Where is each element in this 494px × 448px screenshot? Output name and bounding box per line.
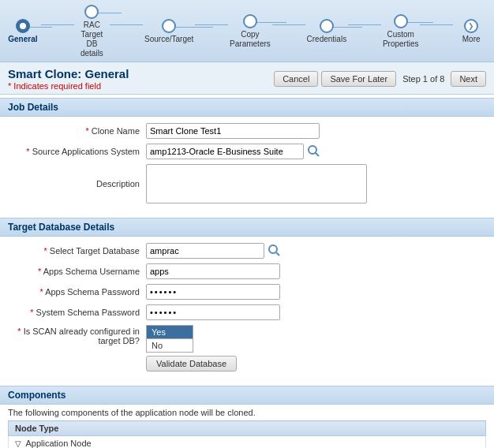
validate-database-button[interactable]: Validate Database [146,356,237,371]
save-button-top[interactable]: Save For Later [321,71,396,87]
validate-row: Validate Database [8,353,486,371]
clone-name-input[interactable] [146,123,320,139]
cancel-button-top[interactable]: Cancel [274,71,318,87]
job-details-form: * * Clone NameClone Name * Source Applic… [0,117,494,215]
components-col-header: Node Type [9,421,486,436]
step-label-credentials: Credentials [307,35,347,44]
page-title-bar: Smart Clone: General * Indicates require… [0,62,494,95]
wizard-header: General RAC TargetDB details Source/Targ… [0,0,494,62]
page-title: Smart Clone: General [8,67,129,80]
wizard-step-credentials[interactable]: Credentials [307,19,347,44]
step-circle-more: ❯ [464,19,478,33]
select-db-input[interactable] [146,243,264,259]
step-label-more: More [462,35,481,44]
wizard-step-more[interactable]: ❯ More [455,19,488,44]
system-pwd-row: * System Schema Password [8,304,486,320]
wizard-step-rac[interactable]: RAC TargetDB details [76,5,109,58]
scan-row: * Is SCAN already configured in target D… [8,325,486,353]
next-button-top[interactable]: Next [451,71,486,87]
source-app-row: * Source Applications System [8,144,486,159]
job-details-header: Job Details [0,98,494,117]
clone-name-label: * * Clone NameClone Name [8,126,146,136]
step-label-custom: CustomProperties [383,30,419,49]
system-pwd-input[interactable] [146,304,280,320]
step-label-general: General [8,35,37,44]
apps-user-label: * Apps Schema Username [8,267,146,276]
svg-point-3 [269,245,277,253]
required-note: * Indicates required field [8,81,129,91]
svg-point-1 [309,146,316,154]
components-table: Node Type ▽ Application Node Technology … [8,420,486,448]
step-circle-source [162,19,176,33]
select-db-label: * Select Target Database [8,246,146,256]
svg-line-4 [276,252,279,256]
select-db-search-icon[interactable] [268,244,280,259]
wizard-step-custom[interactable]: CustomProperties [383,14,419,49]
scan-yes-option[interactable]: Yes [146,325,193,339]
clone-name-row: * * Clone NameClone Name [8,123,486,139]
step-circle-general [16,19,30,33]
apps-pwd-label: * Apps Schema Password [8,287,146,297]
page-content: Smart Clone: General * Indicates require… [0,62,494,448]
source-app-search-icon[interactable] [307,144,320,159]
apps-user-input[interactable] [146,263,280,279]
app-node-cell: ▽ Application Node [9,436,486,449]
step-connector-4 [272,24,305,25]
source-app-input[interactable] [146,144,304,159]
step-circle-credentials [320,19,334,33]
components-header: Components [0,386,494,405]
source-app-label: * Source Applications System [8,147,146,156]
select-db-row: * Select Target Database [8,243,486,259]
apps-pwd-row: * Apps Schema Password [8,284,486,300]
svg-line-2 [316,153,319,156]
step-connector-2 [110,24,143,25]
scan-dropdown[interactable]: Yes No [146,325,193,353]
description-label: Description [8,179,146,189]
apps-user-row: * Apps Schema Username [8,263,486,279]
step-connector-5 [348,24,381,25]
wizard-step-general[interactable]: General [6,19,39,44]
step-circle-custom [394,14,408,28]
title-left: Smart Clone: General * Indicates require… [8,67,129,91]
components-section: Components The following components of t… [0,386,494,448]
wizard-step-source[interactable]: Source/Target [144,19,193,44]
step-label-copy: CopyParameters [230,30,271,49]
components-desc: The following components of the applicat… [0,405,494,420]
step-connector-3 [195,24,228,25]
wizard-steps: General RAC TargetDB details Source/Targ… [6,5,488,62]
target-db-form: * Select Target Database * Apps Schema U… [0,237,494,383]
apps-pwd-input[interactable] [146,284,280,300]
step-circle-rac [84,5,99,19]
title-actions: Cancel Save For Later Step 1 of 8 Next [274,71,486,87]
scan-no-option[interactable]: No [146,339,193,353]
step-label-source: Source/Target [144,35,193,44]
target-db-header: Target Database Details [0,218,494,237]
step-connector-6 [420,24,453,25]
step-connector-1 [41,24,74,25]
wizard-step-copy[interactable]: CopyParameters [230,14,271,49]
step-info-top: Step 1 of 8 [399,74,447,84]
svg-point-0 [20,23,26,29]
tree-toggle-app-node[interactable]: ▽ [15,439,21,448]
description-row: Description [8,164,486,203]
table-row: ▽ Application Node [9,436,486,449]
step-label-rac: RAC TargetDB details [76,21,109,58]
description-input[interactable] [146,164,367,203]
step-circle-copy [243,14,257,28]
scan-label: * Is SCAN already configured in target D… [8,325,146,345]
system-pwd-label: * System Schema Password [8,308,146,317]
